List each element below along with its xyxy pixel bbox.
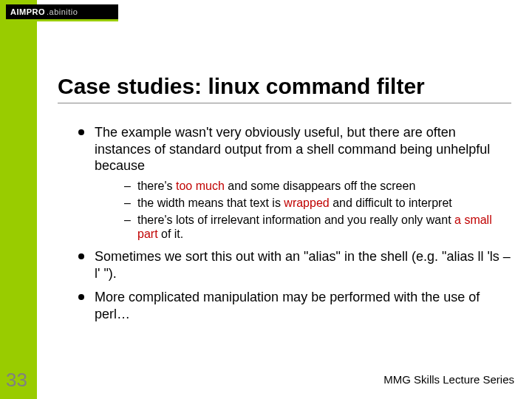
sub-pre: there's (137, 180, 176, 192)
logo-sub: .abinitio (47, 7, 78, 16)
sub-post: of it. (158, 228, 184, 240)
side-strip (0, 0, 37, 399)
page-number: 33 (6, 369, 27, 392)
sub-em: too much (176, 180, 225, 192)
sub-pre: the width means that text is (137, 197, 284, 209)
bullet-text: The example wasn't very obviously useful… (95, 125, 490, 173)
footer: MMG Skills Lecture Series (383, 373, 514, 386)
logo-brand: AIMPRO (10, 7, 45, 16)
bullet-text: Sometimes we sort this out with an "alia… (95, 249, 511, 281)
bullet-list: The example wasn't very obviously useful… (58, 124, 511, 322)
sub-post: and some disappears off the screen (225, 180, 416, 192)
list-item: the width means that text is wrapped and… (124, 196, 511, 210)
list-item: The example wasn't very obviously useful… (78, 124, 511, 241)
list-item: More complicated manipulation may be per… (78, 289, 511, 322)
logo-underline (6, 19, 118, 21)
title-rule (58, 103, 511, 103)
sub-post: and difficult to interpret (330, 197, 452, 209)
bullet-text: More complicated manipulation may be per… (95, 290, 480, 321)
slide: AIMPRO.abinitio Case studies: linux comm… (0, 0, 532, 399)
sub-pre: there's lots of irrelevant information a… (137, 214, 454, 226)
list-item: there's too much and some disappears off… (124, 179, 511, 193)
logo: AIMPRO.abinitio (6, 4, 118, 19)
content: Case studies: linux command filter The e… (58, 74, 511, 377)
sub-list: there's too much and some disappears off… (95, 179, 511, 242)
sub-em: wrapped (284, 197, 329, 209)
list-item: there's lots of irrelevant information a… (124, 213, 511, 241)
list-item: Sometimes we sort this out with an "alia… (78, 248, 511, 282)
page-title: Case studies: linux command filter (58, 74, 511, 98)
